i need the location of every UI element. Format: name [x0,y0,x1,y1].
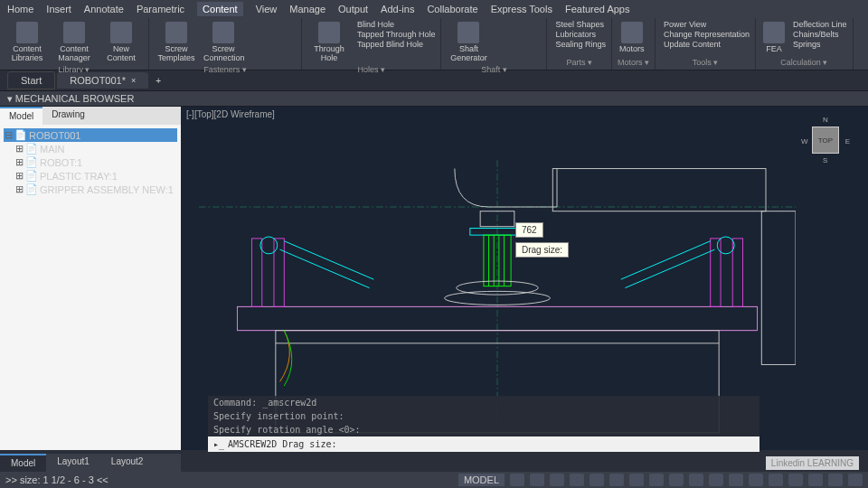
close-icon[interactable]: × [131,76,136,85]
browser-tab-drawing[interactable]: Drawing [42,107,94,125]
tab-start[interactable]: Start [7,71,55,89]
ribbon-group-calculation: FEADeflection LineChains/BeltsSpringsCal… [756,18,854,70]
status-transparency-button[interactable] [649,474,664,486]
status-grid-button[interactable] [510,474,524,486]
svg-rect-15 [274,239,284,306]
layout-tab-model[interactable]: Model [0,454,46,472]
menu-express-tools[interactable]: Express Tools [491,4,552,14]
status-hardware-button[interactable] [808,474,823,486]
ribbon-group-label[interactable]: Tools ▾ [661,57,750,68]
ribbon-group-label[interactable]: Holes ▾ [307,64,435,75]
menu-output[interactable]: Output [338,4,368,14]
screw-connection-button[interactable]: Screw Connection [202,20,245,64]
tree-item[interactable]: ⊞📄ROBOT:1 [4,155,177,169]
motors-button[interactable]: Motors [618,20,646,55]
tree-item[interactable]: ⊞📄GRIPPER ASSEMBLY NEW:1 [4,183,177,196]
browser-tab-model[interactable]: Model [0,107,42,125]
add-tab-button[interactable]: + [150,73,166,89]
menubar: HomeInsertAnnotateParametricContentViewM… [0,0,868,18]
ribbon-group-holes: Through HoleBlind HoleTapped Through Hol… [302,18,441,70]
status-model[interactable]: MODEL [458,474,505,486]
tab-active-doc[interactable]: ROBOT001*× [57,72,148,89]
view-cube[interactable]: N E S W TOP [801,116,850,164]
content-libraries-button[interactable]: Content Libraries [5,20,49,64]
tree-item[interactable]: ⊞📄PLASTIC TRAY:1 [4,169,177,183]
change-representation-button[interactable]: Change Representation [661,30,750,39]
status-workspace-button[interactable] [709,474,723,486]
chains-belts-button[interactable]: Chains/Belts [790,30,847,39]
status-osnap-button[interactable] [590,474,604,486]
expand-icon[interactable]: ⊞ [14,143,24,155]
expand-icon[interactable]: ⊞ [14,183,24,195]
power-view-button[interactable]: Power View [661,20,750,29]
tapped-blind-hole-button[interactable]: Tapped Blind Hole [354,40,435,49]
menu-featured-apps[interactable]: Featured Apps [565,4,630,14]
svg-rect-19 [711,239,721,306]
status-lweight-button[interactable] [629,474,644,486]
svg-line-23 [621,241,711,279]
steel-shapes-button[interactable]: Steel Shapes [552,20,606,29]
ribbon-group-label[interactable]: Calculation ▾ [761,57,847,68]
status-snap-button[interactable] [530,474,544,486]
menu-view[interactable]: View [256,4,278,14]
status-otrack-button[interactable] [609,474,624,486]
status-annotation-button[interactable] [689,474,703,486]
springs-button[interactable]: Springs [790,40,847,49]
status-ortho-button[interactable] [550,474,564,486]
through-hole-button[interactable]: Through Hole [307,20,351,64]
svg-line-17 [280,249,370,287]
status-units-button[interactable] [749,474,763,486]
menu-add-ins[interactable]: Add-ins [381,4,414,14]
tree-item[interactable]: ⊞📄MAIN [4,142,177,155]
sealing-rings-button[interactable]: Sealing Rings [552,40,606,49]
lubricators-button[interactable]: Lubricators [552,30,606,39]
status-monitor-button[interactable] [729,474,743,486]
menu-parametric[interactable]: Parametric [137,4,184,14]
tapped-through-hole-button[interactable]: Tapped Through Hole [354,30,435,39]
menu-insert[interactable]: Insert [46,4,71,14]
screw-templates-button[interactable]: Screw Templates [155,20,198,64]
content-manager-button[interactable]: Content Manager [52,20,96,64]
status-cleanscreen-button[interactable] [828,474,843,486]
tree-item[interactable]: ⊟📄ROBOT001 [4,128,177,142]
status-bar: >> size: 1 1/2 - 6 - 3 << MODEL [0,472,868,488]
layout-tab-layout2[interactable]: Layout2 [100,454,155,472]
menu-collaborate[interactable]: Collaborate [427,4,477,14]
browser-tabs: ModelDrawing [0,107,181,125]
menu-content[interactable]: Content [197,2,243,16]
ribbon-group-label[interactable]: Fasteners ▾ [155,64,296,75]
expand-icon[interactable]: ⊞ [14,156,24,168]
expand-icon[interactable]: ⊟ [4,129,13,141]
blind-hole-button[interactable]: Blind Hole [354,20,435,29]
status-quickprops-button[interactable] [769,474,783,486]
viewcube-face[interactable]: TOP [812,127,839,154]
svg-line-22 [625,249,714,287]
ribbon-group-label[interactable]: Motors ▾ [618,57,649,68]
update-content-button[interactable]: Update Content [661,40,750,49]
layout-tab-layout1[interactable]: Layout1 [46,454,100,472]
deflection-line-button[interactable]: Deflection Line [790,20,847,29]
layout-tabs: ModelLayout1Layout2 [0,454,181,472]
menu-annotate[interactable]: Annotate [84,4,124,14]
menu-manage[interactable]: Manage [289,4,326,14]
shaft-generator-button[interactable]: Shaft Generator [447,20,490,64]
ribbon-group-shaft: Shaft GeneratorShaft ▾ [441,18,547,70]
fea-button[interactable]: FEA [761,20,787,55]
watermark: Linkedin LEARNING [766,456,859,470]
status-polar-button[interactable] [570,474,584,486]
chevron-down-icon[interactable]: ▾ [7,93,13,104]
view-label[interactable]: [-][Top][2D Wireframe] [186,109,275,119]
ribbon-group-label[interactable]: Parts ▾ [552,57,606,68]
dragsize-tooltip: Drag size: [515,242,569,258]
status-cycling-button[interactable] [669,474,684,486]
ribbon-group-label[interactable]: Shaft ▾ [447,64,541,75]
status-customize-button[interactable] [848,474,863,486]
status-isolate-button[interactable] [788,474,803,486]
ribbon: Content LibrariesContent ManagerNew Cont… [0,18,868,70]
command-input[interactable]: ▸_ AMSCREW2D Drag size: [208,436,760,452]
expand-icon[interactable]: ⊞ [14,170,24,182]
ribbon-group-library: Content LibrariesContent ManagerNew Cont… [0,18,149,70]
menu-home[interactable]: Home [7,4,33,14]
panel-title: ▾ MECHANICAL BROWSER [0,90,868,107]
new-content-button[interactable]: New Content [99,20,143,64]
